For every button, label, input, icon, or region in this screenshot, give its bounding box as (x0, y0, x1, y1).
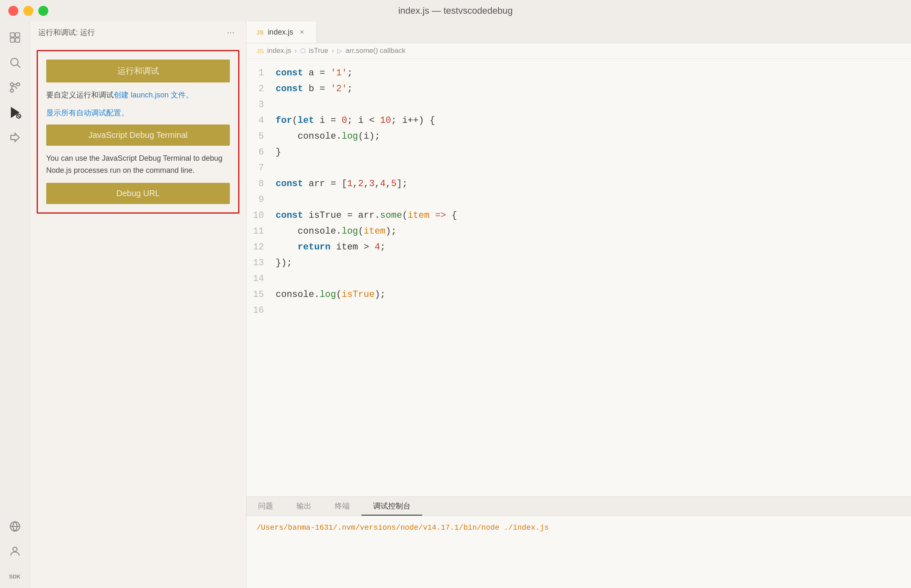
breadcrumb-sep-2: › (331, 47, 334, 55)
line-number-16: 16 (246, 303, 276, 318)
line-number-6: 6 (246, 145, 276, 160)
breadcrumb: JS index.js › ⬡ isTrue › ▷ arr.some() ca… (246, 43, 911, 59)
code-line-5: 5 console.log(i); (246, 129, 911, 145)
line-content-13: }); (276, 255, 911, 271)
titlebar: index.js — testvscodedebug (0, 0, 911, 22)
panel-tab-终端[interactable]: 终端 (323, 497, 361, 516)
code-line-2: 2const b = '2'; (246, 81, 911, 97)
sidebar-header: 运行和调试: 运行 ··· (30, 22, 246, 43)
line-number-5: 5 (246, 129, 276, 144)
activity-bar: SDK (0, 22, 30, 588)
code-line-12: 12 return item > 4; (246, 239, 911, 255)
run-debug-button[interactable]: 运行和调试 (46, 60, 230, 82)
sdk-icon[interactable]: SDK (3, 565, 27, 588)
svg-point-7 (16, 83, 20, 86)
svg-point-8 (10, 89, 13, 92)
console-output: /Users/banma-1631/.nvm/versions/node/v14… (256, 523, 549, 532)
js-debug-description: You can use the JavaScript Debug Termina… (46, 152, 230, 177)
code-line-1: 1const a = '1'; (246, 65, 911, 81)
line-content-11: console.log(item); (276, 224, 911, 239)
panel-tab-调试控制台[interactable]: 调试控制台 (361, 497, 422, 516)
line-number-2: 2 (246, 81, 276, 97)
minimize-button[interactable] (23, 6, 33, 16)
line-content-5: console.log(i); (276, 129, 911, 144)
svg-rect-3 (15, 38, 20, 42)
code-line-6: 6} (246, 145, 911, 160)
breadcrumb-file[interactable]: index.js (267, 47, 291, 55)
code-line-16: 16 (246, 303, 911, 319)
sidebar-title: 运行和调试: 运行 (38, 27, 95, 37)
line-number-13: 13 (246, 255, 276, 271)
line-content-4: for(let i = 0; i < 10; i++) { (276, 113, 911, 128)
traffic-lights (8, 6, 48, 16)
line-number-7: 7 (246, 160, 276, 176)
line-content-10: const isTrue = arr.some(item => { (276, 208, 911, 223)
breadcrumb-method[interactable]: isTrue (309, 47, 329, 55)
sidebar-more-button[interactable]: ··· (224, 25, 238, 40)
panel-tab-问题[interactable]: 问题 (246, 497, 285, 516)
breadcrumb-file-icon: JS (256, 47, 264, 55)
extensions-icon[interactable] (3, 126, 27, 149)
breadcrumb-callback[interactable]: arr.some() callback (346, 47, 406, 55)
maximize-button[interactable] (38, 6, 48, 16)
breadcrumb-sep-1: › (294, 47, 297, 55)
line-number-11: 11 (246, 224, 276, 239)
line-number-9: 9 (246, 192, 276, 207)
svg-point-4 (11, 58, 18, 66)
create-launch-json-link[interactable]: 创建 launch.json 文件。 (114, 91, 193, 99)
line-number-8: 8 (246, 176, 276, 192)
line-number-14: 14 (246, 271, 276, 287)
code-editor[interactable]: 1const a = '1';2const b = '2';34for(let … (246, 59, 911, 496)
tab-file-icon: JS (256, 29, 264, 36)
code-line-10: 10const isTrue = arr.some(item => { (246, 208, 911, 224)
run-debug-icon[interactable] (3, 101, 27, 124)
line-number-10: 10 (246, 208, 276, 223)
code-line-13: 13}); (246, 255, 911, 271)
tab-close-button[interactable]: × (297, 28, 306, 37)
editor-area: JS index.js × JS index.js › ⬡ isTrue › ▷… (246, 22, 911, 588)
code-line-9: 9 (246, 192, 911, 208)
tab-filename: index.js (268, 28, 293, 37)
bottom-panel: 问题输出终端调试控制台 /Users/banma-1631/.nvm/versi… (246, 496, 911, 588)
svg-line-5 (17, 65, 20, 68)
show-all-configs-link[interactable]: 显示所有自动调试配置。 (46, 108, 230, 118)
svg-rect-2 (10, 38, 14, 42)
file-tab[interactable]: JS index.js × (246, 22, 317, 43)
sidebar: 运行和调试: 运行 ··· 运行和调试 要自定义运行和调试创建 launch.j… (30, 22, 246, 588)
code-line-3: 3 (246, 97, 911, 113)
debug-url-button[interactable]: Debug URL (46, 183, 230, 204)
line-content-2: const b = '2'; (276, 81, 911, 97)
panel-tabs: 问题输出终端调试控制台 (246, 497, 911, 516)
line-content-12: return item > 4; (276, 239, 911, 255)
debug-description: 要自定义运行和调试创建 launch.json 文件。 (46, 89, 230, 101)
app-container: SDK 运行和调试: 运行 ··· 运行和调试 要自定义运行和调试创建 laun… (0, 22, 911, 588)
panel-tab-输出[interactable]: 输出 (285, 497, 323, 516)
window-title: index.js — testvscodedebug (398, 5, 513, 16)
breadcrumb-method-icon: ⬡ (300, 47, 306, 55)
remote-explorer-icon[interactable] (3, 515, 27, 538)
code-line-11: 11 console.log(item); (246, 224, 911, 239)
svg-line-11 (17, 115, 20, 117)
line-number-12: 12 (246, 239, 276, 255)
line-content-6: } (276, 145, 911, 160)
svg-rect-1 (15, 33, 20, 37)
line-number-4: 4 (246, 113, 276, 128)
code-line-15: 15console.log(isTrue); (246, 287, 911, 303)
debug-desc-prefix: 要自定义运行和调试 (46, 91, 114, 99)
panel-content: /Users/banma-1631/.nvm/versions/node/v14… (246, 516, 911, 540)
breadcrumb-callback-icon: ▷ (337, 47, 342, 55)
source-control-icon[interactable] (3, 76, 27, 99)
accounts-icon[interactable] (3, 540, 27, 563)
tab-bar: JS index.js × (246, 22, 911, 43)
debug-panel: 运行和调试 要自定义运行和调试创建 launch.json 文件。 显示所有自动… (37, 50, 239, 214)
code-line-4: 4for(let i = 0; i < 10; i++) { (246, 113, 911, 129)
close-button[interactable] (8, 6, 18, 16)
line-number-15: 15 (246, 287, 276, 302)
svg-rect-0 (10, 33, 14, 37)
js-debug-terminal-button[interactable]: JavaScript Debug Terminal (46, 125, 230, 146)
line-content-1: const a = '1'; (276, 65, 911, 81)
explorer-icon[interactable] (3, 26, 27, 49)
line-number-1: 1 (246, 65, 276, 81)
search-icon[interactable] (3, 51, 27, 74)
code-line-14: 14 (246, 271, 911, 287)
